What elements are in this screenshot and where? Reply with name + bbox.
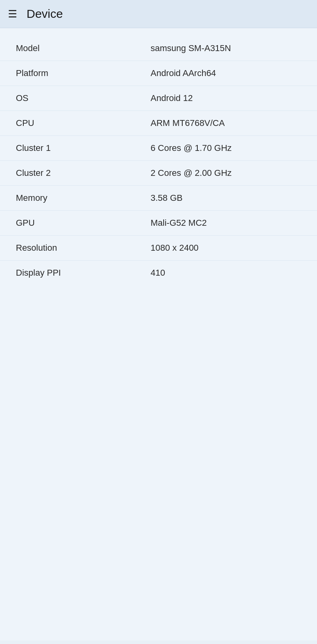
- table-row: OSAndroid 12: [0, 86, 317, 111]
- info-value: Mali-G52 MC2: [151, 218, 301, 228]
- info-value: samsung SM-A315N: [151, 43, 301, 53]
- info-label: GPU: [16, 218, 151, 228]
- table-row: Resolution1080 x 2400: [0, 236, 317, 261]
- table-row: GPUMali-G52 MC2: [0, 211, 317, 236]
- info-label: Display PPI: [16, 268, 151, 278]
- page-title: Device: [27, 7, 63, 21]
- table-row: Cluster 16 Cores @ 1.70 GHz: [0, 136, 317, 161]
- table-row: Display PPI410: [0, 261, 317, 285]
- table-row: CPUARM MT6768V/CA: [0, 111, 317, 136]
- table-row: PlatformAndroid AArch64: [0, 61, 317, 86]
- info-value: 1080 x 2400: [151, 243, 301, 253]
- info-label: Resolution: [16, 243, 151, 253]
- info-label: Memory: [16, 193, 151, 203]
- table-row: Memory3.58 GB: [0, 186, 317, 211]
- info-label: OS: [16, 93, 151, 103]
- info-label: Model: [16, 43, 151, 53]
- table-row: Cluster 22 Cores @ 2.00 GHz: [0, 161, 317, 186]
- menu-icon[interactable]: ☰: [8, 9, 17, 19]
- info-label: Cluster 2: [16, 168, 151, 178]
- info-label: Cluster 1: [16, 143, 151, 153]
- app-header: ☰ Device: [0, 0, 317, 28]
- info-label: CPU: [16, 118, 151, 128]
- info-value: Android 12: [151, 93, 301, 103]
- info-value: ARM MT6768V/CA: [151, 118, 301, 128]
- info-value: Android AArch64: [151, 68, 301, 78]
- info-value: 410: [151, 268, 301, 278]
- info-value: 6 Cores @ 1.70 GHz: [151, 143, 301, 153]
- info-value: 2 Cores @ 2.00 GHz: [151, 168, 301, 178]
- info-label: Platform: [16, 68, 151, 78]
- info-value: 3.58 GB: [151, 193, 301, 203]
- table-row: Modelsamsung SM-A315N: [0, 36, 317, 61]
- content-area: Modelsamsung SM-A315NPlatformAndroid AAr…: [0, 28, 317, 640]
